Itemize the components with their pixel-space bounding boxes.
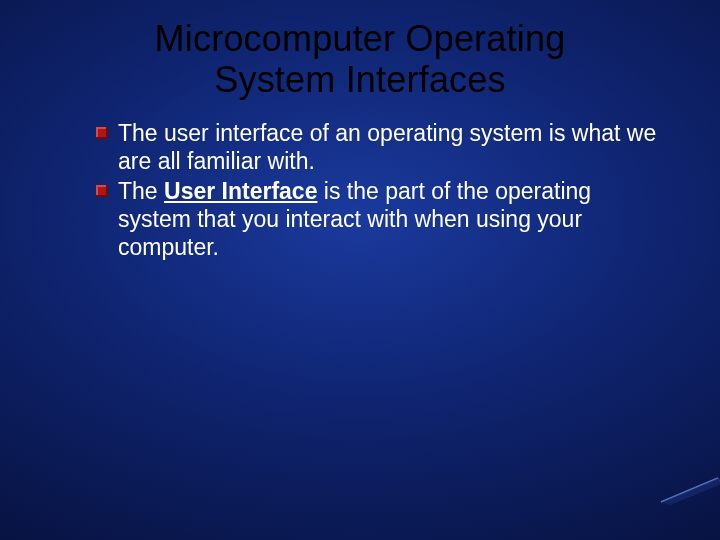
- bullet-2-pre: The: [118, 178, 164, 204]
- title-line-2: System Interfaces: [214, 59, 506, 100]
- square-bullet-icon: [96, 127, 108, 139]
- list-item: The user interface of an operating syste…: [96, 119, 660, 175]
- slide-body: The user interface of an operating syste…: [96, 119, 660, 261]
- page-curl-icon: [656, 472, 720, 506]
- bullet-1-pre: The user interface of an operating syste…: [118, 120, 656, 174]
- bullet-text-2: The User Interface is the part of the op…: [118, 177, 660, 261]
- square-bullet-icon: [96, 185, 108, 197]
- slide-title: Microcomputer Operating System Interface…: [40, 18, 680, 101]
- bullet-text-1: The user interface of an operating syste…: [118, 119, 660, 175]
- title-line-1: Microcomputer Operating: [155, 18, 566, 59]
- list-item: The User Interface is the part of the op…: [96, 177, 660, 261]
- bullet-2-underline: User Interface: [164, 178, 317, 204]
- slide: Microcomputer Operating System Interface…: [0, 0, 720, 540]
